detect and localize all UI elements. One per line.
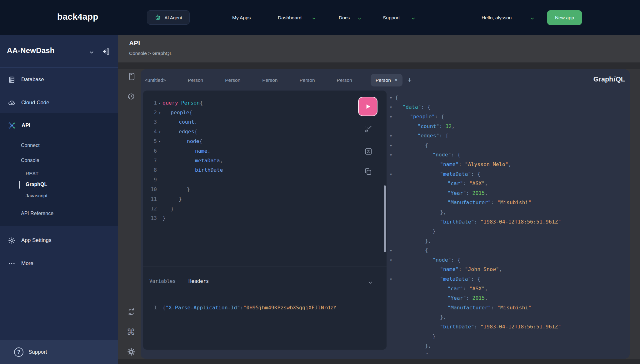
tab-person-5[interactable]: Person — [337, 77, 352, 83]
tab-person-3[interactable]: Person — [262, 77, 278, 83]
fold-triangle-icon[interactable]: ▼ — [387, 248, 395, 252]
sidebar-item-console[interactable]: Console — [0, 154, 118, 167]
database-icon — [8, 76, 16, 84]
response-viewer: ▼{▼"data": {▼"people": {"count": 32,▼"ed… — [387, 93, 627, 354]
settings-gear-icon[interactable] — [125, 346, 137, 358]
query-line[interactable]: 6name, — [143, 146, 387, 156]
graphiql-logo: GraphiQL — [593, 76, 625, 83]
fold-triangle-icon[interactable]: ▼ — [387, 172, 395, 176]
response-line: ▼"node": { — [387, 255, 627, 265]
response-line: } — [387, 332, 627, 341]
scrollbar[interactable] — [384, 185, 386, 252]
sidebar: AA-NewDash Database Cloud Code — [0, 35, 118, 364]
gear-icon — [8, 237, 16, 244]
tab-label: Person — [376, 77, 391, 83]
fold-triangle-icon[interactable]: ▼ — [387, 153, 395, 157]
sidebar-item-label: App Settings — [21, 237, 51, 243]
add-tab-button[interactable]: + — [408, 76, 412, 84]
tab-untitled[interactable]: <untitled> — [145, 77, 166, 83]
refetch-icon[interactable] — [125, 306, 137, 318]
sidebar-item-cloud-code[interactable]: Cloud Code — [0, 95, 118, 110]
ai-agent-label: AI Agent — [164, 15, 182, 20]
sidebar-item-database[interactable]: Database — [0, 72, 118, 87]
response-line: ▼{ — [387, 140, 627, 150]
tab-variables[interactable]: Variables — [149, 278, 176, 284]
chevron-down-icon[interactable] — [367, 279, 374, 286]
nav-dashboard[interactable]: Dashboard — [278, 15, 302, 21]
sidebar-item-app-settings[interactable]: App Settings — [0, 233, 118, 248]
chevron-down-icon — [312, 16, 316, 21]
query-line[interactable]: 4▾edges{ — [143, 127, 387, 136]
docs-panel-icon[interactable] — [126, 71, 138, 82]
response-line: "name": "John Snow", — [387, 265, 627, 274]
query-line[interactable]: 7metaData, — [143, 156, 387, 165]
chevron-down-icon[interactable] — [89, 50, 94, 55]
nav-support[interactable]: Support — [383, 15, 400, 21]
fold-triangle-icon[interactable]: ▼ — [387, 96, 395, 100]
sidebar-item-api[interactable]: API — [0, 118, 118, 133]
merge-fragments-icon[interactable] — [362, 145, 374, 157]
fold-triangle-icon[interactable]: ▾ — [157, 130, 162, 134]
help-icon: ? — [14, 347, 23, 357]
tab-person-active[interactable]: Person × — [371, 74, 402, 86]
copy-query-icon[interactable] — [362, 165, 374, 177]
query-line[interactable]: 13} — [143, 214, 387, 223]
tab-person-4[interactable]: Person — [299, 77, 315, 83]
headers-line[interactable]: 1{"X-Parse-Application-Id":"0H95jhm49KPz… — [143, 303, 387, 312]
tab-headers[interactable]: Headers — [188, 278, 209, 284]
fold-triangle-icon[interactable]: ▼ — [387, 105, 395, 109]
fold-triangle-icon[interactable]: ▼ — [387, 277, 395, 281]
response-line: ▼"metaData": { — [387, 169, 627, 179]
top-navbar: back4app AI Agent My Apps Dashboard Docs… — [0, 0, 640, 35]
query-editor[interactable]: 1▾query Person{2▾people{3count,4▾edges{5… — [143, 98, 387, 223]
response-line: }, — [387, 341, 627, 351]
headers-editor[interactable]: 1{"X-Parse-Application-Id":"0H95jhm49KPz… — [143, 303, 387, 312]
query-line[interactable]: 11} — [143, 194, 387, 204]
query-line[interactable]: 8birthDate — [143, 165, 387, 175]
query-line[interactable]: 5▾node{ — [143, 136, 387, 146]
query-editor-pane: 1▾query Person{2▾people{3count,4▾edges{5… — [143, 91, 387, 350]
sidebar-item-graphql[interactable]: GraphQL — [0, 180, 118, 189]
ai-agent-button[interactable]: AI Agent — [147, 10, 190, 25]
fold-triangle-icon[interactable]: ▾ — [157, 139, 162, 143]
sidebar-item-javascript[interactable]: Javascript — [0, 191, 118, 201]
nav-docs[interactable]: Docs — [339, 15, 350, 21]
response-line: { — [387, 351, 627, 354]
breadcrumb: Console > GraphQL — [129, 51, 172, 56]
collapse-sidebar-icon[interactable] — [101, 47, 110, 56]
query-line[interactable]: 10} — [143, 184, 387, 194]
user-greeting[interactable]: Hello, alysson — [482, 15, 512, 21]
response-line: ▼{ — [387, 246, 627, 255]
query-line[interactable]: 1▾query Person{ — [143, 98, 387, 108]
response-line: }, — [387, 312, 627, 322]
nav-my-apps[interactable]: My Apps — [232, 15, 251, 21]
close-icon[interactable]: × — [395, 77, 398, 83]
history-icon[interactable] — [125, 91, 137, 102]
execute-query-button[interactable] — [358, 97, 378, 116]
fold-triangle-icon[interactable]: ▼ — [387, 143, 395, 147]
app-selector[interactable]: AA-NewDash — [7, 46, 55, 55]
fold-triangle-icon[interactable]: ▾ — [157, 101, 162, 105]
sidebar-item-connect[interactable]: Connect — [0, 139, 118, 152]
response-line: ▼{ — [387, 93, 627, 102]
sidebar-support[interactable]: ? Support — [0, 340, 118, 364]
sidebar-item-more[interactable]: More — [0, 256, 118, 271]
fold-triangle-icon[interactable]: ▼ — [387, 258, 395, 262]
query-line[interactable]: 12} — [143, 204, 387, 214]
tab-person-1[interactable]: Person — [188, 77, 203, 83]
sidebar-item-api-reference[interactable]: API Reference — [0, 207, 118, 220]
fold-triangle-icon[interactable]: ▼ — [387, 134, 395, 138]
sidebar-item-label: Database — [21, 76, 44, 83]
query-line[interactable]: 2▾people{ — [143, 108, 387, 117]
sidebar-item-rest[interactable]: REST — [0, 169, 118, 179]
cloud-code-icon — [8, 99, 16, 107]
prettify-icon[interactable] — [362, 124, 374, 135]
query-line[interactable]: 9 — [143, 175, 387, 184]
fold-triangle-icon[interactable]: ▼ — [387, 115, 395, 119]
tab-person-2[interactable]: Person — [225, 77, 240, 83]
fold-triangle-icon[interactable]: ▾ — [157, 111, 162, 115]
keyboard-shortcuts-icon[interactable]: ⌘ — [125, 326, 137, 338]
query-line[interactable]: 3count, — [143, 117, 387, 127]
back4app-logo[interactable]: back4app — [57, 12, 98, 22]
new-app-button[interactable]: New app — [547, 10, 582, 25]
